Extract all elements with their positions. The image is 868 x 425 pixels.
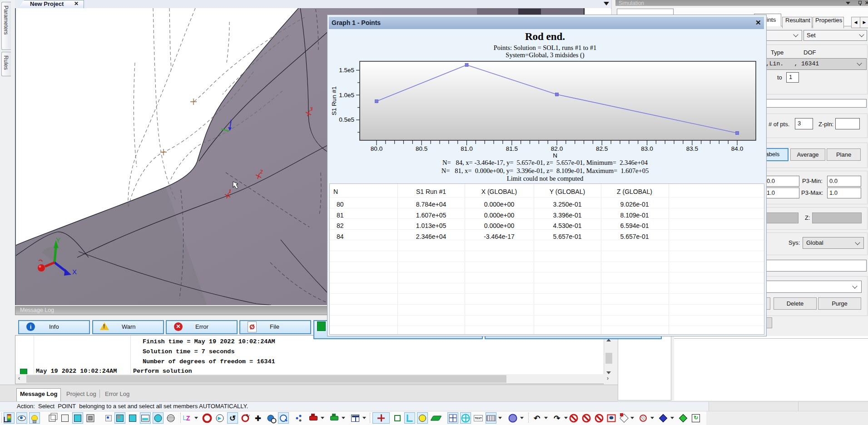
svg-text:1: 1 — [228, 188, 232, 194]
svg-text:81.0: 81.0 — [461, 145, 472, 152]
svg-text:2: 2 — [259, 168, 263, 175]
svg-text:82.5: 82.5 — [596, 145, 608, 152]
svg-text:N: N — [553, 152, 557, 159]
svg-text:0.5e5: 0.5e5 — [339, 116, 354, 123]
svg-text:80.0: 80.0 — [371, 145, 382, 152]
svg-text:83.5: 83.5 — [686, 145, 698, 152]
svg-text:Y: Y — [56, 236, 60, 244]
svg-text:81.5: 81.5 — [506, 145, 518, 152]
svg-text:83.0: 83.0 — [641, 145, 653, 152]
svg-text:80.5: 80.5 — [416, 145, 427, 152]
svg-text:X: X — [72, 268, 77, 276]
svg-text:1.0e5: 1.0e5 — [339, 92, 354, 99]
svg-text:84.0: 84.0 — [731, 145, 743, 152]
svg-text:82.0: 82.0 — [551, 145, 563, 152]
svg-text:3: 3 — [309, 105, 313, 112]
svg-text:1.5e5: 1.5e5 — [339, 67, 354, 74]
svg-text:S1 Run #1: S1 Run #1 — [331, 86, 337, 115]
